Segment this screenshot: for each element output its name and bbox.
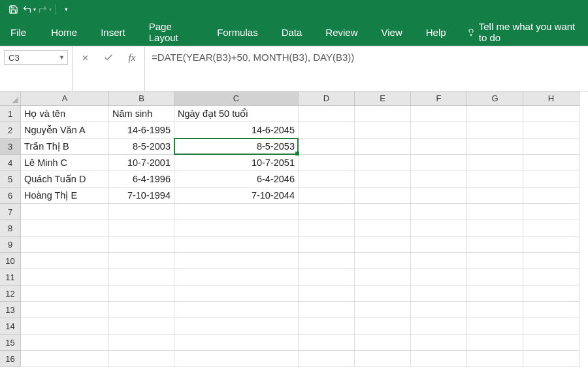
cell-E4[interactable] bbox=[355, 155, 411, 171]
column-header-B[interactable]: B bbox=[109, 91, 174, 106]
cell-B3[interactable]: 8-5-2003 bbox=[109, 139, 174, 155]
row-header-3[interactable]: 3 bbox=[0, 139, 21, 155]
cell-D1[interactable] bbox=[299, 106, 355, 122]
cell-A2[interactable]: Nguyễn Văn A bbox=[21, 122, 109, 139]
cell-G1[interactable] bbox=[467, 106, 523, 122]
column-header-A[interactable]: A bbox=[21, 91, 109, 106]
cell-G7[interactable] bbox=[467, 204, 523, 220]
cell-C4[interactable]: 10-7-2051 bbox=[174, 155, 299, 171]
tab-data[interactable]: Data bbox=[272, 20, 312, 44]
customize-qat-button[interactable]: ▾ bbox=[58, 1, 74, 17]
column-header-G[interactable]: G bbox=[467, 91, 523, 106]
cell-C6[interactable]: 7-10-2044 bbox=[174, 188, 299, 204]
cell-F8[interactable] bbox=[411, 220, 467, 237]
tab-insert[interactable]: Insert bbox=[91, 20, 135, 44]
cell-H15[interactable] bbox=[523, 335, 580, 351]
cell-A8[interactable] bbox=[21, 220, 109, 237]
cell-H4[interactable] bbox=[523, 155, 580, 171]
cell-F6[interactable] bbox=[411, 188, 467, 204]
cell-D10[interactable] bbox=[299, 253, 355, 269]
cell-H3[interactable] bbox=[523, 139, 580, 155]
cell-H9[interactable] bbox=[523, 237, 580, 253]
cell-B8[interactable] bbox=[109, 220, 174, 237]
row-header-11[interactable]: 11 bbox=[0, 269, 21, 286]
cell-A6[interactable]: Hoàng Thị E bbox=[21, 188, 109, 204]
cell-G13[interactable] bbox=[467, 302, 523, 318]
cell-F9[interactable] bbox=[411, 237, 467, 253]
cell-D9[interactable] bbox=[299, 237, 355, 253]
tab-file[interactable]: File bbox=[5, 20, 37, 44]
cell-C13[interactable] bbox=[174, 302, 299, 318]
cell-F14[interactable] bbox=[411, 318, 467, 335]
cell-G16[interactable] bbox=[467, 351, 523, 367]
cell-C2[interactable]: 14-6-2045 bbox=[174, 122, 299, 139]
cell-E10[interactable] bbox=[355, 253, 411, 269]
cell-A1[interactable]: Họ và tên bbox=[21, 106, 109, 122]
cell-B6[interactable]: 7-10-1994 bbox=[109, 188, 174, 204]
row-header-12[interactable]: 12 bbox=[0, 286, 21, 302]
cell-F1[interactable] bbox=[411, 106, 467, 122]
cell-F12[interactable] bbox=[411, 286, 467, 302]
cell-D2[interactable] bbox=[299, 122, 355, 139]
cell-B7[interactable] bbox=[109, 204, 174, 220]
cell-C16[interactable] bbox=[174, 351, 299, 367]
insert-function-button[interactable]: fx bbox=[123, 50, 140, 65]
cell-F2[interactable] bbox=[411, 122, 467, 139]
cell-G8[interactable] bbox=[467, 220, 523, 237]
cell-B4[interactable]: 10-7-2001 bbox=[109, 155, 174, 171]
cell-A7[interactable] bbox=[21, 204, 109, 220]
cell-F15[interactable] bbox=[411, 335, 467, 351]
cell-H12[interactable] bbox=[523, 286, 580, 302]
cell-H10[interactable] bbox=[523, 253, 580, 269]
cell-E14[interactable] bbox=[355, 318, 411, 335]
cell-G9[interactable] bbox=[467, 237, 523, 253]
cell-G14[interactable] bbox=[467, 318, 523, 335]
row-header-4[interactable]: 4 bbox=[0, 155, 21, 171]
cell-D6[interactable] bbox=[299, 188, 355, 204]
row-header-5[interactable]: 5 bbox=[0, 171, 21, 188]
cell-D15[interactable] bbox=[299, 335, 355, 351]
formula-input[interactable]: =DATE(YEAR(B3)+50, MONTH(B3), DAY(B3)) bbox=[145, 46, 588, 91]
cell-F4[interactable] bbox=[411, 155, 467, 171]
cell-E6[interactable] bbox=[355, 188, 411, 204]
cell-C11[interactable] bbox=[174, 269, 299, 286]
cell-H6[interactable] bbox=[523, 188, 580, 204]
cell-G11[interactable] bbox=[467, 269, 523, 286]
cell-H16[interactable] bbox=[523, 351, 580, 367]
cell-A15[interactable] bbox=[21, 335, 109, 351]
cell-G12[interactable] bbox=[467, 286, 523, 302]
tab-page-layout[interactable]: Page Layout bbox=[140, 14, 203, 50]
cell-A9[interactable] bbox=[21, 237, 109, 253]
cell-C15[interactable] bbox=[174, 335, 299, 351]
cell-D11[interactable] bbox=[299, 269, 355, 286]
tell-me-search[interactable]: Tell me what you want to do bbox=[461, 21, 583, 43]
cancel-formula-button[interactable] bbox=[76, 50, 93, 65]
cell-B2[interactable]: 14-6-1995 bbox=[109, 122, 174, 139]
tab-formulas[interactable]: Formulas bbox=[208, 20, 267, 44]
cell-C14[interactable] bbox=[174, 318, 299, 335]
cell-D12[interactable] bbox=[299, 286, 355, 302]
cell-E11[interactable] bbox=[355, 269, 411, 286]
cell-B14[interactable] bbox=[109, 318, 174, 335]
cell-C1[interactable]: Ngày đạt 50 tuổi bbox=[174, 106, 299, 122]
row-header-16[interactable]: 16 bbox=[0, 351, 21, 367]
row-header-1[interactable]: 1 bbox=[0, 106, 21, 122]
cell-F3[interactable] bbox=[411, 139, 467, 155]
cell-B15[interactable] bbox=[109, 335, 174, 351]
cell-G2[interactable] bbox=[467, 122, 523, 139]
cell-A14[interactable] bbox=[21, 318, 109, 335]
cell-C3[interactable]: 8-5-2053 bbox=[174, 139, 299, 155]
cell-B11[interactable] bbox=[109, 269, 174, 286]
column-header-H[interactable]: H bbox=[523, 91, 580, 106]
cell-E7[interactable] bbox=[355, 204, 411, 220]
cell-B10[interactable] bbox=[109, 253, 174, 269]
enter-formula-button[interactable] bbox=[100, 50, 117, 65]
cell-C5[interactable]: 6-4-2046 bbox=[174, 171, 299, 188]
cell-H13[interactable] bbox=[523, 302, 580, 318]
row-header-8[interactable]: 8 bbox=[0, 220, 21, 237]
row-header-14[interactable]: 14 bbox=[0, 318, 21, 335]
cell-B5[interactable]: 6-4-1996 bbox=[109, 171, 174, 188]
cell-C10[interactable] bbox=[174, 253, 299, 269]
cell-F5[interactable] bbox=[411, 171, 467, 188]
cell-B12[interactable] bbox=[109, 286, 174, 302]
